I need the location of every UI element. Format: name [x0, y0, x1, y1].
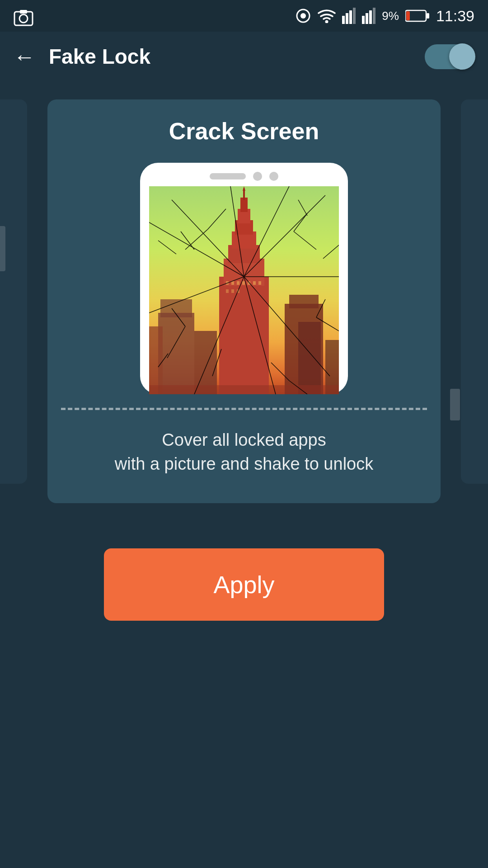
- svg-rect-42: [226, 289, 229, 293]
- wifi-icon: [318, 9, 336, 23]
- battery-percentage: 9%: [382, 9, 399, 23]
- svg-rect-37: [237, 281, 239, 285]
- phone-camera-2: [269, 172, 278, 181]
- app-bar-left: ← Fake Lock: [14, 44, 150, 69]
- svg-rect-6: [342, 16, 345, 24]
- svg-point-1: [19, 14, 28, 23]
- left-indicator: [0, 226, 5, 271]
- svg-rect-12: [369, 10, 372, 24]
- back-button[interactable]: ←: [14, 44, 35, 69]
- signal1-icon: [342, 8, 356, 24]
- feature-toggle[interactable]: [425, 44, 474, 69]
- card-description: Cover all locked apps with a picture and…: [106, 424, 382, 485]
- svg-rect-13: [373, 8, 375, 24]
- svg-rect-34: [298, 322, 321, 394]
- phone-screen: [149, 186, 339, 394]
- main-card: Crack Screen: [47, 99, 441, 503]
- toggle-track: [425, 44, 474, 69]
- svg-rect-32: [289, 295, 319, 308]
- svg-rect-29: [149, 326, 163, 394]
- circle-icon: [295, 8, 311, 24]
- side-card-left: [0, 99, 27, 484]
- status-bar-left-icons: [14, 9, 33, 28]
- side-card-right: [461, 99, 488, 484]
- svg-rect-11: [366, 13, 368, 24]
- phone-speaker: [210, 173, 246, 179]
- phone-top-bar: [149, 172, 339, 186]
- app-bar-title: Fake Lock: [49, 44, 150, 69]
- status-bar-right-icons: 9% 11:39: [295, 7, 474, 25]
- svg-point-5: [325, 20, 328, 24]
- svg-rect-7: [346, 13, 348, 24]
- status-bar: 9% 11:39: [0, 0, 488, 32]
- svg-point-4: [300, 13, 306, 19]
- phone-camera: [253, 172, 262, 181]
- svg-rect-43: [231, 289, 234, 293]
- right-indicator: [450, 389, 460, 420]
- app-bar: ← Fake Lock: [0, 32, 488, 81]
- card-title: Crack Screen: [169, 118, 319, 145]
- svg-rect-9: [353, 8, 356, 24]
- toggle-thumb: [449, 43, 475, 70]
- signal2-icon: [362, 8, 375, 24]
- svg-rect-18: [219, 277, 269, 394]
- svg-rect-45: [149, 385, 339, 394]
- photo-icon: [14, 9, 33, 26]
- svg-rect-2: [20, 10, 27, 14]
- svg-rect-10: [362, 16, 365, 24]
- svg-rect-27: [158, 313, 194, 394]
- svg-rect-38: [242, 281, 245, 285]
- svg-rect-8: [349, 10, 352, 24]
- skyline-image: [149, 186, 339, 394]
- dashed-separator: [61, 408, 427, 410]
- apply-button-label: Apply: [213, 571, 274, 599]
- svg-rect-41: [258, 281, 261, 285]
- svg-rect-40: [253, 281, 256, 285]
- main-content: Crack Screen: [0, 81, 488, 639]
- status-time: 11:39: [436, 7, 474, 25]
- svg-rect-36: [231, 281, 234, 285]
- svg-rect-30: [194, 331, 217, 394]
- svg-rect-15: [406, 11, 410, 20]
- battery-icon: [405, 9, 430, 22]
- svg-rect-16: [427, 13, 429, 19]
- phone-mockup: [140, 163, 348, 394]
- apply-button[interactable]: Apply: [104, 548, 384, 621]
